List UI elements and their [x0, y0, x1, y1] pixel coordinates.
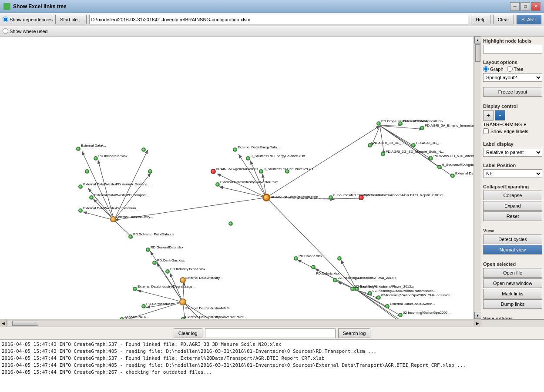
node-label: GaaliNetwork.xlsx	[359, 285, 387, 288]
graph-node[interactable]	[152, 261, 157, 265]
layout-dropdown[interactable]: SpringLayout2	[483, 73, 542, 82]
graph-radio[interactable]: Graph	[483, 66, 504, 72]
graph-node[interactable]	[337, 256, 342, 261]
scroll-up-button[interactable]: ▲	[474, 37, 481, 44]
normal-view-button[interactable]: Normal view	[483, 245, 542, 255]
graph-node[interactable]	[285, 169, 289, 174]
horizontal-scroll-track[interactable]	[8, 321, 473, 326]
graph-node[interactable]	[368, 143, 372, 147]
graph-node[interactable]	[110, 216, 116, 222]
plus-button[interactable]: +	[483, 110, 494, 121]
detect-cycles-button[interactable]: Detect cycles	[483, 235, 542, 244]
graph-node[interactable]	[146, 248, 150, 252]
mark-links-button[interactable]: Mark links	[483, 289, 542, 298]
toolbar2: Show where used	[0, 26, 544, 37]
graph-node[interactable]	[329, 195, 333, 200]
graph-node[interactable]	[420, 126, 424, 130]
graph-node[interactable]	[398, 313, 403, 317]
freeze-layout-button[interactable]: Freeze layout	[483, 87, 542, 97]
log-line: 2016-04-05 15:47:43 INFO CreateGraph:537…	[2, 341, 542, 348]
show-where-used-radio[interactable]: Show where used	[3, 28, 47, 34]
graph-canvas[interactable]: BRAINSNG-configuration.xlsmExternal Data…	[0, 37, 474, 319]
help-button[interactable]: Help	[471, 15, 490, 24]
graph-node[interactable]	[368, 291, 372, 295]
graph-node[interactable]	[141, 304, 146, 308]
graph-node[interactable]	[215, 182, 220, 187]
graph-node[interactable]	[228, 221, 233, 226]
scroll-right-button[interactable]: ►	[474, 319, 481, 327]
scroll-track-vertical[interactable]	[474, 44, 481, 312]
open-new-window-button[interactable]: Open new window	[483, 278, 542, 288]
graph-node[interactable]	[450, 174, 455, 178]
graph-node[interactable]	[165, 269, 170, 274]
start-button[interactable]: START	[517, 15, 541, 24]
graph-node[interactable]	[76, 147, 81, 151]
graph-node[interactable]	[94, 156, 98, 161]
graph-node[interactable]	[398, 121, 403, 126]
graph-node[interactable]	[429, 156, 433, 161]
graph-node[interactable]	[78, 184, 83, 189]
svg-line-3	[238, 154, 266, 198]
start-file-button[interactable]: Start file...	[55, 15, 87, 24]
graph-node[interactable]	[376, 121, 381, 126]
graph-node[interactable]	[376, 295, 381, 300]
graph-node[interactable]	[411, 143, 416, 147]
graph-node[interactable]	[246, 156, 250, 161]
graph-node[interactable]	[350, 287, 355, 291]
horizontal-scroll-thumb[interactable]	[12, 321, 38, 326]
log-search-input[interactable]	[205, 328, 336, 338]
open-file-button[interactable]: Open file	[483, 268, 542, 278]
reset-button[interactable]: Reset	[483, 211, 542, 221]
node-label: External Data\...	[81, 144, 106, 147]
graph-node[interactable]	[262, 194, 270, 201]
label-position-dropdown[interactable]: NE	[483, 169, 542, 178]
node-label: 0_Sources\RD.Agriculture.xls	[442, 163, 474, 167]
graph-node[interactable]	[259, 169, 263, 174]
search-log-button[interactable]: Search log	[338, 328, 371, 338]
graph-node[interactable]	[211, 169, 216, 174]
graph-node[interactable]	[359, 195, 364, 200]
graph-node[interactable]	[437, 165, 442, 169]
minimize-button[interactable]: ─	[510, 2, 520, 11]
graph-node[interactable]	[381, 152, 385, 156]
graph-node[interactable]	[180, 277, 186, 283]
show-dependencies-radio[interactable]: Show dependencies	[3, 17, 53, 22]
graph-node[interactable]	[311, 265, 316, 269]
graph-node[interactable]	[141, 147, 146, 152]
clear-log-button[interactable]: Clear log	[174, 328, 202, 338]
graph-label: Graph	[490, 67, 504, 72]
maximize-button[interactable]: □	[520, 2, 530, 11]
vertical-scrollbar[interactable]: ▲ ▼	[474, 37, 481, 319]
graph-node[interactable]	[133, 287, 137, 291]
tree-radio[interactable]: Tree	[507, 66, 524, 72]
scroll-left-button[interactable]: ◄	[0, 319, 7, 327]
graph-node[interactable]	[85, 169, 89, 174]
node-label: BRAINSNG-generaBien.xls	[216, 167, 258, 171]
log-content[interactable]: 2016-04-05 15:47:43 INFO CreateGraph:537…	[0, 340, 544, 392]
graph-node[interactable]	[148, 169, 152, 174]
clear-button[interactable]: Clear	[493, 15, 514, 24]
graph-node[interactable]	[89, 195, 94, 200]
graph-node[interactable]	[385, 304, 390, 308]
graph-node[interactable]	[233, 147, 237, 152]
graph-node[interactable]	[333, 278, 337, 282]
graph-node[interactable]	[120, 317, 124, 319]
expand-button[interactable]: Expand	[483, 201, 542, 211]
node-label: PD.Caloric.xlsx	[299, 254, 322, 258]
graph-node[interactable]	[78, 208, 83, 213]
minus-button[interactable]: -	[495, 110, 505, 121]
collapse-button[interactable]: Collapse	[483, 191, 542, 200]
scroll-thumb-vertical[interactable]	[475, 44, 480, 62]
graph-node[interactable]	[128, 235, 133, 239]
label-display-dropdown[interactable]: Relative to parent	[483, 148, 542, 157]
dump-links-button[interactable]: Dump links	[483, 299, 542, 309]
scroll-down-button[interactable]: ▼	[474, 312, 481, 319]
graph-node[interactable]	[294, 256, 298, 261]
highlight-input[interactable]	[483, 45, 542, 54]
graph-node[interactable]	[355, 287, 359, 291]
graph-node[interactable]	[181, 317, 185, 319]
transform-dropdown-arrow[interactable]: ▼	[523, 122, 527, 127]
close-button[interactable]: ✕	[531, 2, 541, 11]
show-edge-labels-checkbox[interactable]	[483, 128, 489, 134]
graph-node[interactable]	[179, 298, 186, 305]
